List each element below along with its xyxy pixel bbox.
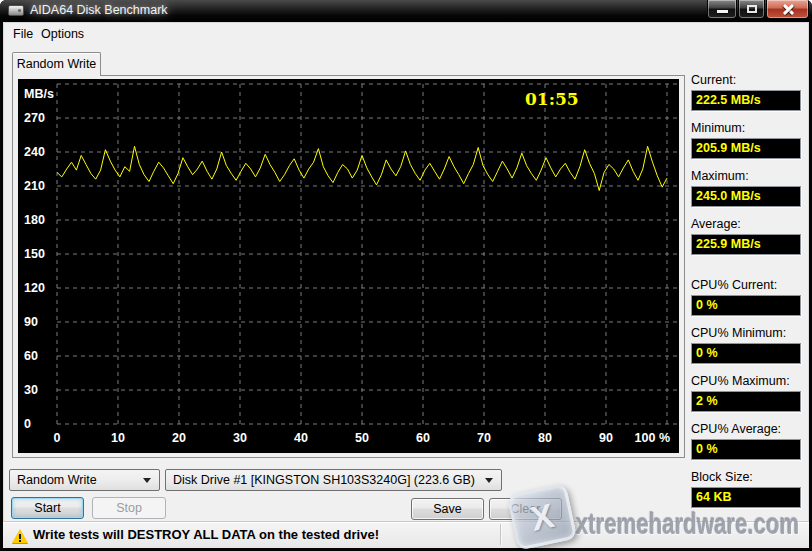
svg-text:150: 150 (24, 247, 45, 261)
svg-text:210: 210 (24, 179, 45, 193)
stat-label-cpu-average: CPU% Average: (691, 422, 809, 438)
stat-value-cpu-average: 0 % (691, 439, 801, 460)
stat-label-maximum: Maximum: (691, 169, 809, 185)
status-warning-text: Write tests will DESTROY ALL DATA on the… (33, 527, 379, 542)
tab-random-write[interactable]: Random Write (12, 52, 101, 76)
svg-text:60: 60 (24, 349, 38, 363)
svg-text:0: 0 (54, 431, 61, 445)
window-title: AIDA64 Disk Benchmark (30, 0, 168, 22)
app-window: AIDA64 Disk Benchmark File Options Rando… (0, 0, 812, 551)
maximize-icon (747, 5, 757, 13)
minimize-icon (717, 10, 728, 13)
stat-label-block-size: Block Size: (691, 470, 809, 486)
drive-select[interactable]: Disk Drive #1 [KINGSTON SH103S3240G] (22… (165, 469, 502, 491)
stat-label-minimum: Minimum: (691, 121, 809, 137)
svg-text:30: 30 (233, 431, 247, 445)
status-bar-divider (500, 524, 502, 545)
minimize-button[interactable] (707, 0, 737, 19)
stat-value-minimum: 205.9 MB/s (691, 138, 801, 159)
stat-value-maximum: 245.0 MB/s (691, 186, 801, 207)
stop-button: Stop (92, 497, 166, 519)
stat-value-average: 225.9 MB/s (691, 234, 801, 255)
disk-drive-icon (8, 5, 24, 16)
stat-label-cpu-minimum: CPU% Minimum: (691, 326, 809, 342)
maximize-button[interactable] (738, 0, 765, 19)
svg-text:20: 20 (172, 431, 186, 445)
svg-text:90: 90 (599, 431, 613, 445)
stat-value-cpu-current: 0 % (691, 295, 801, 316)
stat-label-average: Average: (691, 217, 809, 233)
warning-icon (12, 529, 28, 543)
stat-value-current: 222.5 MB/s (691, 90, 801, 111)
stat-value-cpu-maximum: 2 % (691, 391, 801, 412)
save-button[interactable]: Save (411, 498, 484, 520)
menu-options[interactable]: Options (34, 25, 91, 44)
svg-text:240: 240 (24, 145, 45, 159)
svg-text:90: 90 (24, 315, 38, 329)
svg-text:120: 120 (24, 281, 45, 295)
stat-label-cpu-maximum: CPU% Maximum: (691, 374, 809, 390)
close-button[interactable] (766, 0, 809, 19)
svg-text:70: 70 (477, 431, 491, 445)
svg-text:30: 30 (24, 383, 38, 397)
chevron-down-icon (143, 478, 151, 483)
stat-label-cpu-current: CPU% Current: (691, 278, 809, 294)
svg-text:60: 60 (416, 431, 430, 445)
svg-text:180: 180 (24, 213, 45, 227)
chevron-down-icon (485, 478, 493, 483)
svg-text:100 %: 100 % (635, 431, 670, 445)
svg-text:270: 270 (24, 111, 45, 125)
watermark-text: xtremehardware.com (576, 507, 799, 541)
benchmark-chart: MB/s270240210180150120906030001020304050… (18, 79, 679, 453)
title-bar: AIDA64 Disk Benchmark (0, 0, 812, 22)
benchmark-plot: MB/s270240210180150120906030001020304050… (18, 79, 679, 453)
svg-text:10: 10 (111, 431, 125, 445)
svg-text:0: 0 (24, 417, 31, 431)
test-type-select[interactable]: Random Write (9, 469, 160, 491)
svg-text:50: 50 (355, 431, 369, 445)
svg-text:80: 80 (538, 431, 552, 445)
start-button[interactable]: Start (11, 497, 84, 519)
stat-value-cpu-minimum: 0 % (691, 343, 801, 364)
stat-label-current: Current: (691, 73, 809, 89)
stat-value-block-size: 64 KB (691, 487, 801, 508)
svg-text:MB/s: MB/s (24, 87, 54, 101)
svg-text:40: 40 (294, 431, 308, 445)
svg-text:01:55: 01:55 (525, 89, 579, 109)
